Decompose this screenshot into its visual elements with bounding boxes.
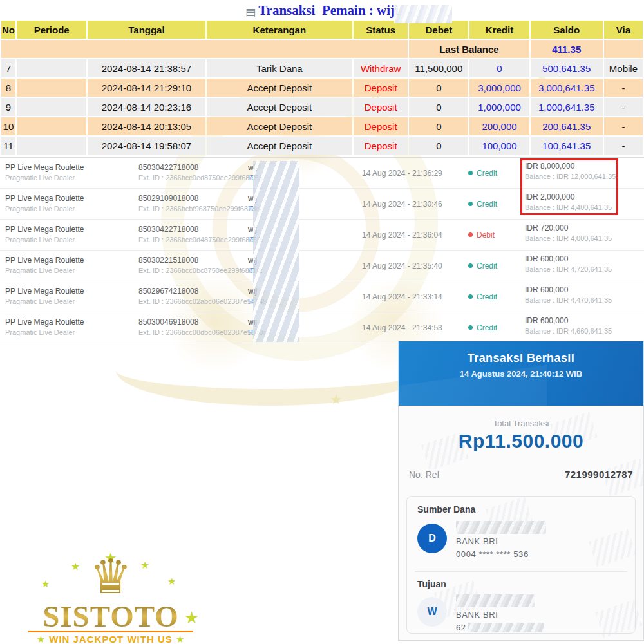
source-account-number: 0004 **** **** 536 xyxy=(456,549,529,559)
transaction-type-badge: Credit xyxy=(468,199,497,210)
game-name: PP Live Mega Roulette xyxy=(5,162,84,173)
last-balance-label: Last Balance xyxy=(409,40,529,58)
cell-via: - xyxy=(604,79,643,97)
ext-id: Ext. ID : 2366bcc0bc8750ee299f68c1f2 xyxy=(138,266,263,276)
last-balance-row: Last Balance 411.35 xyxy=(1,40,643,58)
redacted-destination-account xyxy=(468,623,544,632)
cell-tanggal: 2024-08-14 21:38:57 xyxy=(88,59,205,77)
transaction-amount: IDR 600,000 xyxy=(525,285,612,296)
cell-no: 11 xyxy=(1,137,15,155)
cell-saldo: 500,641.35 xyxy=(531,59,603,77)
game-name: PP Live Mega Roulette xyxy=(5,286,84,297)
round-id: 85030422718008 xyxy=(138,162,263,173)
col-header-debet: Debet xyxy=(409,21,468,39)
round-id: 85030046918008 xyxy=(138,317,267,328)
cell-kredit: 0 xyxy=(469,59,529,77)
redacted-username-patch xyxy=(394,5,452,23)
cell-tanggal: 2024-08-14 19:58:07 xyxy=(88,137,205,155)
destination-label: Tujuan xyxy=(417,579,446,589)
round-id: 85029109018008 xyxy=(138,193,263,204)
list-item: PP Live Mega RoulettePragmatic Live Deal… xyxy=(0,220,644,251)
transaction-datetime: 14 Aug 2024 - 21:35:40 xyxy=(362,261,442,272)
cell-tanggal: 2024-08-14 21:29:10 xyxy=(88,79,205,97)
star-watermark-icon: ★ xyxy=(330,392,343,408)
last-balance-spacer xyxy=(1,40,408,58)
game-provider: Pragmatic Live Dealer xyxy=(5,328,84,338)
total-value: Rp11.500.000 xyxy=(399,430,643,452)
transaction-type-badge: Credit xyxy=(468,292,497,303)
total-label: Total Transaksi xyxy=(399,419,643,428)
cell-no: 7 xyxy=(1,59,15,77)
type-dot-icon xyxy=(468,171,473,175)
redacted-destination-name xyxy=(456,594,535,607)
cell-no: 9 xyxy=(1,98,15,116)
page-title-text: Transaksi Pemain : wiji xyxy=(258,3,399,18)
ext-id: Ext. ID : 2366bcc0ed8750ee299f68cf69 xyxy=(138,173,263,184)
receipt-title: Transaksi Berhasil xyxy=(399,352,643,365)
transaction-balance: Balance : IDR 4,660,641.35 xyxy=(525,327,612,337)
cell-keterangan: Accept Deposit xyxy=(207,98,352,116)
type-label: Credit xyxy=(477,323,497,332)
ref-value: 721999012787 xyxy=(565,469,633,480)
type-label: Credit xyxy=(477,292,497,301)
last-balance-value: 411.35 xyxy=(531,40,603,58)
table-row: 8 2024-08-14 21:29:10 Accept Deposit Dep… xyxy=(1,79,643,97)
cell-kredit: 3,000,000 xyxy=(469,79,529,97)
transaction-datetime: 14 Aug 2024 - 21:33:14 xyxy=(362,292,442,303)
type-dot-icon xyxy=(468,202,473,206)
col-header-kredit: Kredit xyxy=(469,21,529,39)
cell-debet: 0 xyxy=(409,117,468,135)
source-label: Sumber Dana xyxy=(417,504,475,515)
game-provider: Pragmatic Live Dealer xyxy=(5,173,84,184)
transaction-amount: IDR 600,000 xyxy=(525,254,612,265)
cell-debet: 0 xyxy=(409,137,468,155)
dest-account-prefix: 62 xyxy=(456,623,466,632)
type-dot-icon xyxy=(468,294,473,299)
col-header-periode: Periode xyxy=(17,21,86,39)
transaction-table: No Periode Tanggal Keterangan Status Deb… xyxy=(0,19,644,156)
sistoto-logo: ★ ★ ★ ★ ★ ★ ♛ SISTOTO ★ WIN JACKPOT WITH… xyxy=(27,551,202,644)
cell-keterangan: Accept Deposit xyxy=(207,79,352,97)
type-dot-icon xyxy=(468,263,473,268)
destination-account-number: 62 xyxy=(456,623,544,632)
star-icon: ★ xyxy=(37,634,46,644)
crown-icon: ♛ xyxy=(27,553,194,600)
game-provider: Pragmatic Live Dealer xyxy=(5,297,84,307)
transaction-amount: IDR 600,000 xyxy=(525,316,612,327)
bank-receipt-card: Transaksi Berhasil 14 Agustus 2024, 21:4… xyxy=(398,341,644,641)
logo-tagline: ★ WIN JACKPOT WITH US ★ xyxy=(27,634,194,644)
cell-tanggal: 2024-08-14 20:23:16 xyxy=(88,98,205,116)
destination-bank-avatar: W xyxy=(417,597,447,627)
receipt-header: Transaksi Berhasil 14 Agustus 2024, 21:4… xyxy=(399,341,643,406)
accounts-box: Sumber Dana D BANK BRI 0004 **** **** 53… xyxy=(406,496,636,634)
cell-saldo: 200,641.35 xyxy=(531,117,603,135)
transactions-icon: ▤ xyxy=(245,6,256,19)
cell-status: Withdraw xyxy=(354,59,408,77)
cell-via: - xyxy=(604,98,643,116)
table-row: 9 2024-08-14 20:23:16 Accept Deposit Dep… xyxy=(1,98,643,116)
cell-no: 10 xyxy=(1,117,15,135)
game-name: PP Live Mega Roulette xyxy=(5,193,84,204)
type-dot-icon xyxy=(468,325,473,330)
cell-kredit: 100,000 xyxy=(469,137,529,155)
redacted-player-column-patch xyxy=(253,161,299,342)
cell-via: - xyxy=(604,137,643,155)
cell-via: - xyxy=(604,117,643,135)
type-dot-icon xyxy=(468,232,473,237)
redacted-source-name xyxy=(456,521,546,534)
reference-row: No. Ref 721999012787 xyxy=(409,469,633,480)
table-row: 10 2024-08-14 20:13:05 Accept Deposit De… xyxy=(1,117,643,135)
game-provider: Pragmatic Live Dealer xyxy=(5,235,84,245)
cell-periode xyxy=(17,117,86,135)
transaction-type-badge: Credit xyxy=(468,168,497,179)
cell-keterangan: Accept Deposit xyxy=(207,137,352,155)
list-item: PP Live Mega RoulettePragmatic Live Deal… xyxy=(0,281,644,312)
cell-debet: 0 xyxy=(409,79,468,97)
cell-status: Deposit xyxy=(354,117,408,135)
table-row: 11 2024-08-14 19:58:07 Accept Deposit De… xyxy=(1,137,643,155)
list-item: PP Live Mega RoulettePragmatic Live Deal… xyxy=(0,312,644,343)
transaction-amount: IDR 720,000 xyxy=(525,223,612,234)
col-header-keterangan: Keterangan xyxy=(207,21,352,39)
game-provider: Pragmatic Live Dealer xyxy=(5,204,84,214)
transaction-datetime: 14 Aug 2024 - 21:30:46 xyxy=(362,199,442,210)
